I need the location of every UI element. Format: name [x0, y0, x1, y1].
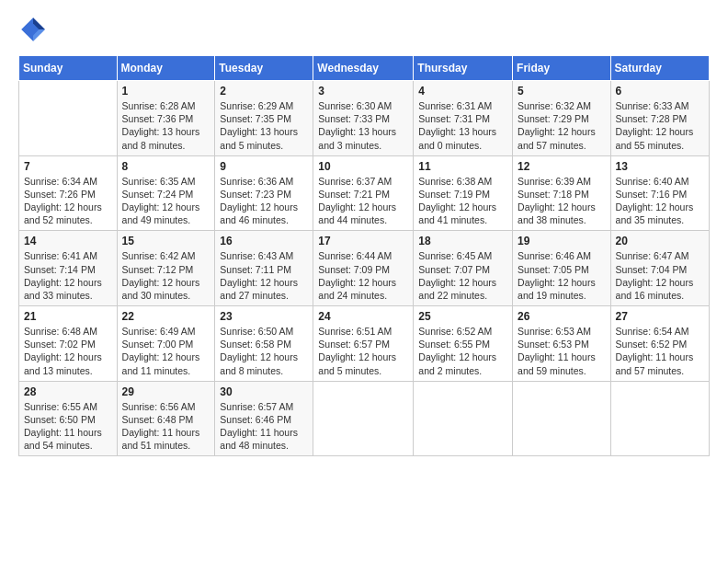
calendar-cell: 23Sunrise: 6:50 AM Sunset: 6:58 PM Dayli… — [215, 306, 313, 382]
calendar-cell: 10Sunrise: 6:37 AM Sunset: 7:21 PM Dayli… — [313, 155, 414, 231]
calendar-cell: 5Sunrise: 6:32 AM Sunset: 7:29 PM Daylig… — [513, 81, 611, 156]
calendar-header: SundayMondayTuesdayWednesdayThursdayFrid… — [19, 56, 710, 81]
day-number: 24 — [318, 310, 408, 323]
day-number: 15 — [122, 235, 210, 247]
day-info: Sunrise: 6:33 AM Sunset: 7:28 PM Dayligh… — [616, 99, 704, 152]
day-info: Sunrise: 6:53 AM Sunset: 6:53 PM Dayligh… — [518, 325, 606, 377]
calendar-cell — [19, 81, 118, 156]
day-info: Sunrise: 6:41 AM Sunset: 7:14 PM Dayligh… — [24, 249, 112, 302]
day-number: 5 — [518, 85, 606, 98]
day-number: 7 — [24, 160, 112, 173]
calendar-cell: 29Sunrise: 6:56 AM Sunset: 6:48 PM Dayli… — [117, 381, 215, 456]
day-number: 3 — [318, 85, 408, 98]
calendar-cell: 30Sunrise: 6:57 AM Sunset: 6:46 PM Dayli… — [215, 381, 313, 456]
day-info: Sunrise: 6:42 AM Sunset: 7:12 PM Dayligh… — [122, 249, 210, 302]
logo — [18, 15, 51, 44]
day-number: 20 — [616, 235, 704, 247]
calendar-cell: 2Sunrise: 6:29 AM Sunset: 7:35 PM Daylig… — [215, 81, 313, 156]
day-number: 18 — [418, 235, 507, 247]
day-number: 29 — [122, 385, 210, 398]
calendar-cell: 11Sunrise: 6:38 AM Sunset: 7:19 PM Dayli… — [414, 155, 513, 231]
weekday-header-saturday: Saturday — [610, 56, 709, 81]
calendar-cell: 19Sunrise: 6:46 AM Sunset: 7:05 PM Dayli… — [513, 231, 611, 306]
calendar-cell: 15Sunrise: 6:42 AM Sunset: 7:12 PM Dayli… — [117, 231, 215, 306]
day-info: Sunrise: 6:57 AM Sunset: 6:46 PM Dayligh… — [220, 400, 308, 453]
calendar-cell: 21Sunrise: 6:48 AM Sunset: 7:02 PM Dayli… — [19, 306, 118, 382]
day-number: 12 — [518, 160, 606, 173]
day-number: 10 — [318, 160, 408, 173]
logo-icon — [18, 15, 48, 44]
day-info: Sunrise: 6:48 AM Sunset: 7:02 PM Dayligh… — [24, 325, 112, 377]
day-info: Sunrise: 6:30 AM Sunset: 7:33 PM Dayligh… — [318, 99, 408, 152]
calendar-cell: 28Sunrise: 6:55 AM Sunset: 6:50 PM Dayli… — [19, 381, 118, 456]
day-info: Sunrise: 6:39 AM Sunset: 7:18 PM Dayligh… — [518, 175, 606, 227]
day-info: Sunrise: 6:31 AM Sunset: 7:31 PM Dayligh… — [418, 99, 507, 152]
day-number: 23 — [220, 310, 308, 323]
weekday-header-friday: Friday — [513, 56, 611, 81]
week-row-5: 28Sunrise: 6:55 AM Sunset: 6:50 PM Dayli… — [19, 381, 710, 456]
day-info: Sunrise: 6:29 AM Sunset: 7:35 PM Dayligh… — [220, 99, 308, 152]
calendar-cell: 27Sunrise: 6:54 AM Sunset: 6:52 PM Dayli… — [610, 306, 709, 382]
day-info: Sunrise: 6:43 AM Sunset: 7:11 PM Dayligh… — [220, 249, 308, 302]
day-number: 21 — [24, 310, 112, 323]
calendar-cell: 18Sunrise: 6:45 AM Sunset: 7:07 PM Dayli… — [414, 231, 513, 306]
calendar-cell: 1Sunrise: 6:28 AM Sunset: 7:36 PM Daylig… — [117, 81, 215, 156]
day-number: 19 — [518, 235, 606, 247]
calendar-cell — [513, 381, 611, 456]
day-number: 30 — [220, 385, 308, 398]
calendar-cell: 24Sunrise: 6:51 AM Sunset: 6:57 PM Dayli… — [313, 306, 414, 382]
calendar-cell: 3Sunrise: 6:30 AM Sunset: 7:33 PM Daylig… — [313, 81, 414, 156]
calendar-cell: 13Sunrise: 6:40 AM Sunset: 7:16 PM Dayli… — [610, 155, 709, 231]
calendar-cell — [313, 381, 414, 456]
calendar-cell: 4Sunrise: 6:31 AM Sunset: 7:31 PM Daylig… — [414, 81, 513, 156]
day-info: Sunrise: 6:49 AM Sunset: 7:00 PM Dayligh… — [122, 325, 210, 377]
day-info: Sunrise: 6:45 AM Sunset: 7:07 PM Dayligh… — [418, 249, 507, 302]
day-info: Sunrise: 6:56 AM Sunset: 6:48 PM Dayligh… — [122, 400, 210, 453]
week-row-3: 14Sunrise: 6:41 AM Sunset: 7:14 PM Dayli… — [19, 231, 710, 306]
day-info: Sunrise: 6:40 AM Sunset: 7:16 PM Dayligh… — [616, 175, 704, 227]
page-container: SundayMondayTuesdayWednesdayThursdayFrid… — [0, 0, 728, 465]
weekday-header-wednesday: Wednesday — [313, 56, 414, 81]
day-info: Sunrise: 6:50 AM Sunset: 6:58 PM Dayligh… — [220, 325, 308, 377]
calendar-cell: 17Sunrise: 6:44 AM Sunset: 7:09 PM Dayli… — [313, 231, 414, 306]
day-info: Sunrise: 6:52 AM Sunset: 6:55 PM Dayligh… — [418, 325, 507, 377]
calendar-cell: 20Sunrise: 6:47 AM Sunset: 7:04 PM Dayli… — [610, 231, 709, 306]
day-number: 14 — [24, 235, 112, 247]
weekday-header-monday: Monday — [117, 56, 215, 81]
calendar-cell: 25Sunrise: 6:52 AM Sunset: 6:55 PM Dayli… — [414, 306, 513, 382]
day-info: Sunrise: 6:54 AM Sunset: 6:52 PM Dayligh… — [616, 325, 704, 377]
day-info: Sunrise: 6:46 AM Sunset: 7:05 PM Dayligh… — [518, 249, 606, 302]
day-info: Sunrise: 6:44 AM Sunset: 7:09 PM Dayligh… — [318, 249, 408, 302]
day-number: 16 — [220, 235, 308, 247]
day-info: Sunrise: 6:36 AM Sunset: 7:23 PM Dayligh… — [220, 175, 308, 227]
calendar-cell: 26Sunrise: 6:53 AM Sunset: 6:53 PM Dayli… — [513, 306, 611, 382]
weekday-header-thursday: Thursday — [414, 56, 513, 81]
day-info: Sunrise: 6:51 AM Sunset: 6:57 PM Dayligh… — [318, 325, 408, 377]
day-info: Sunrise: 6:37 AM Sunset: 7:21 PM Dayligh… — [318, 175, 408, 227]
calendar-cell: 9Sunrise: 6:36 AM Sunset: 7:23 PM Daylig… — [215, 155, 313, 231]
weekday-header-sunday: Sunday — [19, 56, 118, 81]
week-row-4: 21Sunrise: 6:48 AM Sunset: 7:02 PM Dayli… — [19, 306, 710, 382]
calendar-cell: 12Sunrise: 6:39 AM Sunset: 7:18 PM Dayli… — [513, 155, 611, 231]
calendar-cell: 16Sunrise: 6:43 AM Sunset: 7:11 PM Dayli… — [215, 231, 313, 306]
day-info: Sunrise: 6:55 AM Sunset: 6:50 PM Dayligh… — [24, 400, 112, 453]
weekday-row: SundayMondayTuesdayWednesdayThursdayFrid… — [19, 56, 710, 81]
calendar-cell — [414, 381, 513, 456]
day-number: 13 — [616, 160, 704, 173]
day-number: 26 — [518, 310, 606, 323]
week-row-2: 7Sunrise: 6:34 AM Sunset: 7:26 PM Daylig… — [19, 155, 710, 231]
day-info: Sunrise: 6:47 AM Sunset: 7:04 PM Dayligh… — [616, 249, 704, 302]
day-info: Sunrise: 6:35 AM Sunset: 7:24 PM Dayligh… — [122, 175, 210, 227]
day-number: 8 — [122, 160, 210, 173]
calendar-cell — [610, 381, 709, 456]
day-number: 4 — [418, 85, 507, 98]
day-number: 6 — [616, 85, 704, 98]
day-number: 2 — [220, 85, 308, 98]
header — [18, 15, 710, 44]
day-number: 22 — [122, 310, 210, 323]
day-info: Sunrise: 6:28 AM Sunset: 7:36 PM Dayligh… — [122, 99, 210, 152]
day-info: Sunrise: 6:38 AM Sunset: 7:19 PM Dayligh… — [418, 175, 507, 227]
day-number: 11 — [418, 160, 507, 173]
day-number: 25 — [418, 310, 507, 323]
calendar-cell: 8Sunrise: 6:35 AM Sunset: 7:24 PM Daylig… — [117, 155, 215, 231]
